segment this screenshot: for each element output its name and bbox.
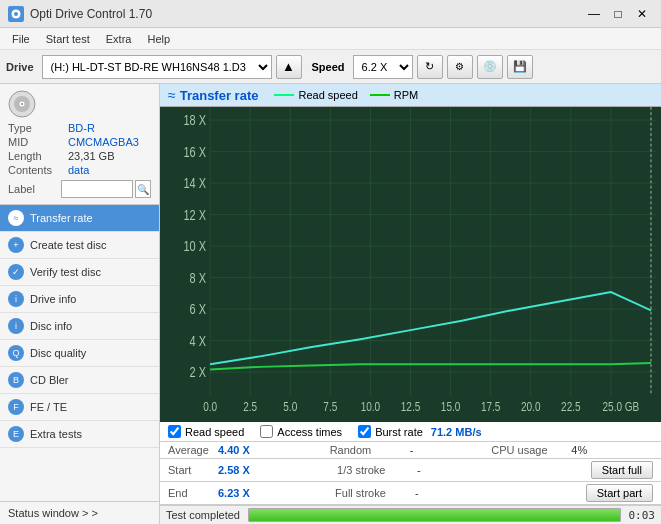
- svg-text:12 X: 12 X: [183, 206, 206, 223]
- status-window-label: Status window > >: [8, 507, 98, 519]
- minimize-button[interactable]: —: [583, 3, 605, 25]
- menu-file[interactable]: File: [4, 31, 38, 47]
- svg-text:18 X: 18 X: [183, 112, 206, 129]
- length-label: Length: [8, 150, 68, 162]
- verify-test-disc-icon: ✓: [8, 264, 24, 280]
- speed-select[interactable]: 6.2 X: [353, 55, 413, 79]
- svg-text:25.0 GB: 25.0 GB: [603, 399, 640, 414]
- cpu-label: CPU usage: [491, 444, 571, 456]
- read-speed-checkbox-label[interactable]: Read speed: [185, 426, 244, 438]
- refresh-button[interactable]: ↻: [417, 55, 443, 79]
- nav-item-cd-bler[interactable]: B CD Bler: [0, 367, 159, 394]
- burst-rate-checkbox[interactable]: [358, 425, 371, 438]
- drive-select[interactable]: (H:) HL-DT-ST BD-RE WH16NS48 1.D3: [42, 55, 272, 79]
- rpm-color: [370, 94, 390, 96]
- app-title: Opti Drive Control 1.70: [30, 7, 583, 21]
- end-value: 6.23 X: [218, 487, 258, 499]
- stroke2-label: Full stroke: [335, 487, 415, 499]
- end-label: End: [168, 487, 218, 499]
- nav-item-create-test-disc[interactable]: + Create test disc: [0, 232, 159, 259]
- read-speed-checkbox[interactable]: [168, 425, 181, 438]
- legend-read-speed: Read speed: [274, 89, 357, 101]
- stroke1-label: 1/3 stroke: [337, 464, 417, 476]
- label-label: Label: [8, 183, 61, 195]
- chart-legend: Read speed RPM: [274, 89, 418, 101]
- stroke1-group: 1/3 stroke -: [337, 464, 591, 476]
- main-content: Type BD-R MID CMCMAGBA3 Length 23,31 GB …: [0, 84, 661, 524]
- cd-bler-icon: B: [8, 372, 24, 388]
- disc-panel: Type BD-R MID CMCMAGBA3 Length 23,31 GB …: [0, 84, 159, 205]
- length-value: 23,31 GB: [68, 150, 114, 162]
- nav-item-disc-quality[interactable]: Q Disc quality: [0, 340, 159, 367]
- svg-text:12.5: 12.5: [401, 399, 420, 414]
- svg-text:20.0: 20.0: [521, 399, 541, 414]
- access-times-checkbox[interactable]: [260, 425, 273, 438]
- status-window-button[interactable]: Status window > >: [0, 501, 159, 524]
- disc-button[interactable]: 💿: [477, 55, 503, 79]
- start-part-button[interactable]: Start part: [586, 484, 653, 502]
- maximize-button[interactable]: □: [607, 3, 629, 25]
- svg-text:15.0: 15.0: [441, 399, 461, 414]
- chart-area: 18 X 16 X 14 X 12 X 10 X 8 X 6 X 4 X 2 X…: [160, 107, 661, 422]
- svg-text:7.5: 7.5: [323, 399, 337, 414]
- statusbar: Test completed 0:03: [160, 505, 661, 524]
- read-speed-legend-label: Read speed: [298, 89, 357, 101]
- create-test-disc-icon: +: [8, 237, 24, 253]
- stats-row-3: End 6.23 X Full stroke - Start part: [160, 482, 661, 505]
- type-value: BD-R: [68, 122, 95, 134]
- nav-verify-test-disc-label: Verify test disc: [30, 266, 101, 278]
- random-label: Random: [330, 444, 410, 456]
- svg-text:4 X: 4 X: [190, 332, 207, 349]
- extra-tests-icon: E: [8, 426, 24, 442]
- type-label: Type: [8, 122, 68, 134]
- nav-item-fe-te[interactable]: F FE / TE: [0, 394, 159, 421]
- nav-item-transfer-rate[interactable]: ≈ Transfer rate: [0, 205, 159, 232]
- drive-info-icon: i: [8, 291, 24, 307]
- fe-te-icon: F: [8, 399, 24, 415]
- cpu-value: 4%: [571, 444, 653, 456]
- average-group: Average 4.40 X: [168, 444, 330, 456]
- label-input[interactable]: [61, 180, 133, 198]
- progress-bar: [248, 508, 621, 522]
- disc-info-icon: i: [8, 318, 24, 334]
- nav-item-extra-tests[interactable]: E Extra tests: [0, 421, 159, 448]
- nav-item-disc-info[interactable]: i Disc info: [0, 313, 159, 340]
- chart-svg: 18 X 16 X 14 X 12 X 10 X 8 X 6 X 4 X 2 X…: [160, 107, 661, 422]
- start-full-button[interactable]: Start full: [591, 461, 653, 479]
- menu-help[interactable]: Help: [139, 31, 178, 47]
- drive-label: Drive: [6, 61, 34, 73]
- stats-row-2: Start 2.58 X 1/3 stroke - Start full: [160, 459, 661, 482]
- config-button[interactable]: ⚙: [447, 55, 473, 79]
- eject-button[interactable]: ▲: [276, 55, 302, 79]
- close-button[interactable]: ✕: [631, 3, 653, 25]
- disc-length-row: Length 23,31 GB: [8, 150, 151, 162]
- svg-text:2 X: 2 X: [190, 364, 207, 381]
- mid-label: MID: [8, 136, 68, 148]
- app-icon: [8, 6, 24, 22]
- progress-bar-fill: [249, 509, 620, 521]
- random-value: -: [410, 444, 492, 456]
- mid-value: CMCMAGBA3: [68, 136, 139, 148]
- disc-mid-row: MID CMCMAGBA3: [8, 136, 151, 148]
- access-times-checkbox-label[interactable]: Access times: [277, 426, 342, 438]
- label-icon-button[interactable]: 🔍: [135, 180, 151, 198]
- stroke2-group: Full stroke -: [335, 487, 586, 499]
- stroke1-value: -: [417, 464, 591, 476]
- menu-extra[interactable]: Extra: [98, 31, 140, 47]
- nav-extra-tests-label: Extra tests: [30, 428, 82, 440]
- menubar: File Start test Extra Help: [0, 28, 661, 50]
- menu-start-test[interactable]: Start test: [38, 31, 98, 47]
- read-speed-checkbox-item: Read speed: [168, 425, 244, 438]
- chart-icon: ≈: [168, 87, 176, 103]
- svg-text:6 X: 6 X: [190, 301, 207, 318]
- svg-text:16 X: 16 X: [183, 143, 206, 160]
- stats-row-1: Average 4.40 X Random - CPU usage 4%: [160, 442, 661, 459]
- save-button[interactable]: 💾: [507, 55, 533, 79]
- status-text: Test completed: [166, 509, 240, 521]
- svg-text:2.5: 2.5: [243, 399, 257, 414]
- nav-item-verify-test-disc[interactable]: ✓ Verify test disc: [0, 259, 159, 286]
- burst-rate-checkbox-label[interactable]: Burst rate: [375, 426, 423, 438]
- nav-create-test-disc-label: Create test disc: [30, 239, 106, 251]
- svg-text:10 X: 10 X: [183, 238, 206, 255]
- nav-item-drive-info[interactable]: i Drive info: [0, 286, 159, 313]
